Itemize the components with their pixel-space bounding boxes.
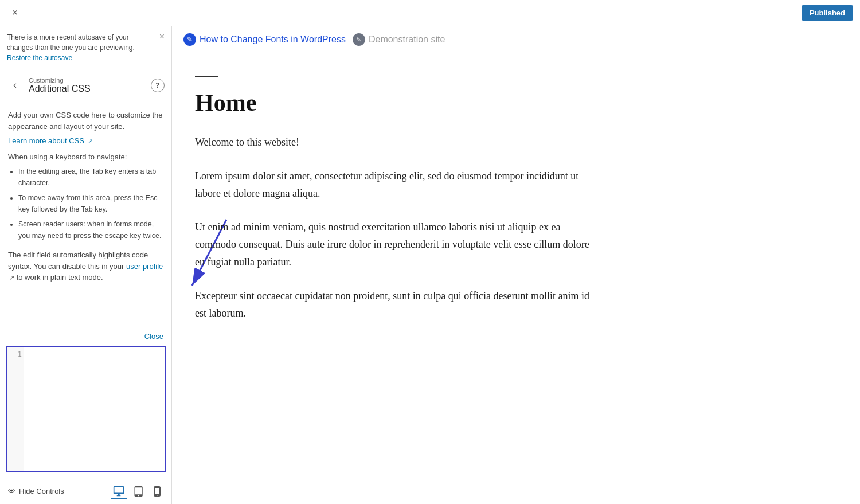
site-title-text: How to Change Fonts in WordPress	[200, 34, 346, 45]
preview-divider	[195, 76, 218, 77]
keyboard-item-1: In the editing area, the Tab key enters …	[18, 166, 163, 189]
preview-content: Home Welcome to this website! Lorem ipsu…	[172, 53, 619, 373]
demonstration-site-link[interactable]: ✎ Demonstration site	[353, 33, 445, 46]
close-link-row: Close	[0, 326, 171, 346]
left-panel: There is a more recent autosave of your …	[0, 26, 172, 504]
autosave-close-button[interactable]: ×	[159, 32, 165, 41]
panel-description: Add your own CSS code here to customize …	[8, 110, 163, 132]
demonstration-site-icon: ✎	[353, 33, 365, 46]
mobile-icon	[153, 486, 161, 497]
close-button[interactable]: ×	[7, 5, 23, 21]
customizing-label: Customizing	[29, 77, 151, 84]
keyboard-list: In the editing area, the Tab key enters …	[8, 166, 163, 241]
edit-field-section: The edit field automatically highlights …	[8, 249, 163, 283]
admin-top-bar: × Published	[0, 0, 860, 26]
back-button[interactable]: ‹	[7, 77, 23, 93]
site-title-icon: ✎	[183, 33, 196, 46]
welcome-text: Welcome to this website!	[195, 134, 596, 151]
paragraph-2: Ut enim ad minim veniam, quis nostrud ex…	[195, 218, 596, 271]
autosave-notice: There is a more recent autosave of your …	[0, 26, 171, 69]
preview-heading: Home	[195, 89, 596, 116]
preview-content-wrapper: Home Welcome to this website! Lorem ipsu…	[172, 53, 860, 373]
mobile-view-button[interactable]	[151, 484, 163, 499]
learn-more-link[interactable]: Learn more about CSS ↗	[8, 136, 93, 145]
keyboard-title: When using a keyboard to navigate:	[8, 153, 163, 161]
bottom-bar: 👁 Hide Controls	[0, 478, 171, 504]
responsive-icons	[111, 484, 163, 499]
tablet-icon	[134, 486, 144, 497]
desktop-icon	[113, 485, 124, 497]
line-number-1: 1	[9, 350, 22, 358]
help-button[interactable]: ?	[151, 79, 165, 92]
demonstration-site-text: Demonstration site	[369, 34, 445, 45]
hide-controls-button[interactable]: 👁 Hide Controls	[8, 487, 64, 495]
eye-icon: 👁	[8, 487, 15, 495]
keyboard-item-2: To move away from this area, press the E…	[18, 192, 163, 215]
site-title-link[interactable]: ✎ How to Change Fonts in WordPress	[183, 33, 346, 46]
keyboard-section: When using a keyboard to navigate: In th…	[8, 153, 163, 241]
main-layout: There is a more recent autosave of your …	[0, 26, 860, 504]
tablet-view-button[interactable]	[131, 484, 146, 499]
preview-area: ✎ How to Change Fonts in WordPress ✎ Dem…	[172, 26, 860, 504]
restore-autosave-link[interactable]: Restore the autosave	[7, 54, 72, 62]
admin-bar-left: × Published	[7, 5, 853, 21]
line-numbers: 1	[7, 347, 24, 471]
css-editor-area: 1	[6, 346, 166, 472]
panel-content: Add your own CSS code here to customize …	[0, 101, 171, 326]
paragraph-1: Lorem ipsum dolor sit amet, consectetur …	[195, 167, 596, 202]
close-panel-link[interactable]: Close	[144, 332, 163, 341]
user-profile-link[interactable]: user profile	[126, 262, 163, 271]
paragraph-3: Excepteur sint occaecat cupidatat non pr…	[195, 287, 596, 322]
external-link-icon: ↗	[88, 138, 93, 144]
desktop-view-button[interactable]	[111, 484, 127, 499]
user-profile-icon: ↗	[9, 274, 14, 281]
keyboard-item-3: Screen reader users: when in forms mode,…	[18, 218, 163, 241]
published-button[interactable]: Published	[802, 5, 853, 21]
autosave-text: There is a more recent autosave of your …	[7, 32, 155, 63]
customizing-title: Additional CSS	[29, 84, 91, 93]
css-textarea[interactable]	[24, 347, 165, 471]
hide-controls-label: Hide Controls	[19, 487, 64, 495]
customizing-header: ‹ Customizing Additional CSS ?	[0, 69, 171, 101]
customizing-info: Customizing Additional CSS	[29, 77, 151, 94]
preview-admin-bar: ✎ How to Change Fonts in WordPress ✎ Dem…	[172, 26, 860, 53]
